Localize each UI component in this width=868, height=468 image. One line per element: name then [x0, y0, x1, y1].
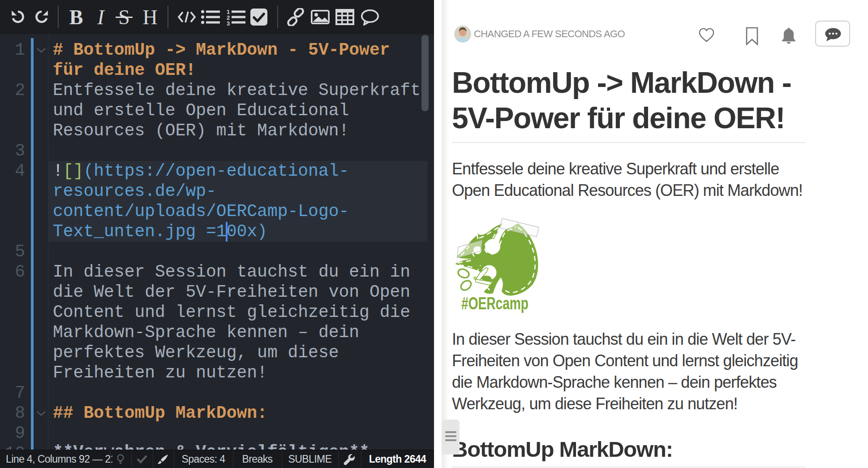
- svg-text:#OERcamp: #OERcamp: [461, 294, 529, 313]
- svg-text:3: 3: [227, 20, 230, 26]
